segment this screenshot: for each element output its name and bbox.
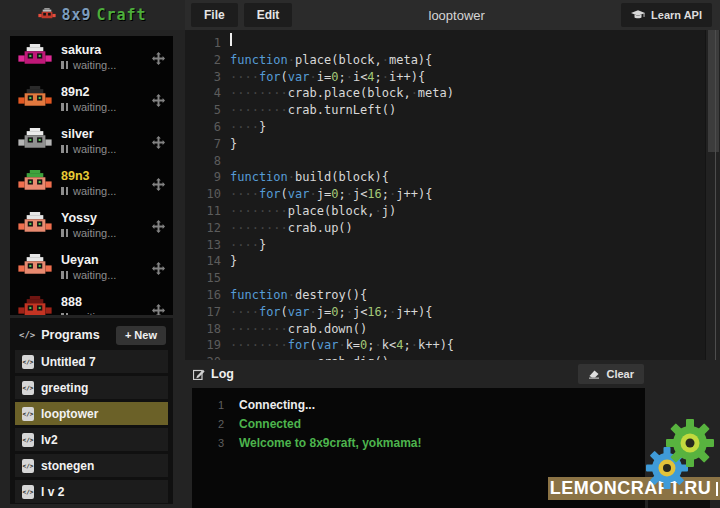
log-entry-text: Welcome to 8x9craft, yokmama!	[239, 434, 422, 453]
whitespace-dots: ·	[346, 69, 353, 86]
whitespace-dots: ·	[288, 52, 295, 69]
whitespace-dots: ····	[230, 69, 259, 86]
code-line[interactable]: 3····for(var·i=0;·i<4;·i++){	[185, 69, 704, 86]
player-row[interactable]: 89n2waiting...	[10, 78, 173, 120]
code-editor[interactable]: 12function·place(block,·meta){3····for(v…	[185, 30, 720, 360]
line-number: 6	[185, 119, 230, 136]
code-line[interactable]: 10····for(var·j=0;·j<16;·j++){	[185, 186, 704, 203]
crab-avatar-icon	[18, 128, 52, 155]
whitespace-dots: ·	[389, 304, 396, 321]
line-number: 16	[185, 287, 230, 304]
code-token: 4	[367, 69, 374, 86]
code-token: for	[259, 186, 281, 203]
code-line[interactable]: 9function·build(block){	[185, 169, 704, 186]
line-number: 9	[185, 169, 230, 186]
code-line[interactable]: 5········crab.turnLeft()	[185, 102, 704, 119]
code-line[interactable]: 7}	[185, 136, 704, 153]
code-token: crab.place(block,	[288, 85, 411, 102]
program-file-icon: </>	[22, 381, 34, 395]
player-status-text: waiting...	[73, 101, 116, 113]
program-item[interactable]: </>stonegen	[15, 454, 168, 477]
player-row[interactable]: silverwaiting...	[10, 120, 173, 162]
player-row[interactable]: sakurawaiting...	[10, 36, 173, 78]
player-row[interactable]: 89n3waiting...	[10, 162, 173, 204]
edit-menu-button[interactable]: Edit	[244, 3, 293, 27]
move-player-icon[interactable]	[152, 93, 165, 106]
code-token: 0	[360, 337, 367, 354]
program-file-icon: </>	[22, 459, 34, 473]
code-line[interactable]: 14}	[185, 253, 704, 270]
code-line[interactable]: 8	[185, 153, 704, 170]
scrollbar-thumb[interactable]	[708, 30, 719, 152]
code-token: var	[288, 186, 310, 203]
code-line[interactable]: 19········for(var·k=0;·k<4;·k++){	[185, 337, 704, 354]
move-player-icon[interactable]	[152, 303, 165, 316]
program-item[interactable]: </>l v 2	[15, 480, 168, 503]
code-line[interactable]: 2function·place(block,·meta){	[185, 52, 704, 69]
player-name: silver	[61, 127, 146, 141]
whitespace-dots: ········	[230, 337, 288, 354]
code-token: j=	[317, 304, 331, 321]
program-name: looptower	[41, 407, 98, 421]
code-line[interactable]: 17····for(var·j=0;·j<16;·j++){	[185, 304, 704, 321]
document-title: looptower	[292, 8, 621, 23]
player-row[interactable]: Yossywaiting...	[10, 204, 173, 246]
code-token: 4	[396, 337, 403, 354]
file-menu-button[interactable]: File	[191, 3, 238, 27]
whitespace-dots: ·	[310, 304, 317, 321]
editor-scrollbar[interactable]	[705, 30, 720, 360]
whitespace-dots: ····	[230, 186, 259, 203]
code-token: j++){	[396, 304, 432, 321]
code-line[interactable]: 18········crab.down()	[185, 321, 704, 338]
program-item[interactable]: </>looptower	[15, 402, 168, 425]
line-number: 13	[185, 237, 230, 254]
code-area[interactable]: 12function·place(block,·meta){3····for(v…	[185, 35, 704, 360]
log-title: Log	[211, 367, 234, 381]
player-status-text: waiting...	[73, 311, 116, 315]
crab-avatar-icon	[18, 254, 52, 281]
move-player-icon[interactable]	[152, 177, 165, 190]
whitespace-dots: ·	[346, 304, 353, 321]
move-player-icon[interactable]	[152, 51, 165, 64]
code-line[interactable]: 15	[185, 270, 704, 287]
code-token: function	[230, 52, 288, 69]
code-line[interactable]: 12········crab.up()	[185, 220, 704, 237]
code-line[interactable]: 4········crab.place(block,·meta)	[185, 85, 704, 102]
whitespace-dots: ·	[346, 186, 353, 203]
player-row[interactable]: 888waiting...	[10, 288, 173, 315]
code-line[interactable]: 13····}	[185, 237, 704, 254]
learn-api-button[interactable]: Learn API	[621, 3, 712, 27]
move-player-icon[interactable]	[152, 219, 165, 232]
line-number: 15	[185, 270, 230, 287]
clear-log-button[interactable]: Clear	[578, 364, 644, 384]
move-player-icon[interactable]	[152, 135, 165, 148]
player-status: waiting...	[61, 101, 146, 113]
program-item[interactable]: </>greeting	[15, 376, 168, 399]
player-status: waiting...	[61, 269, 146, 281]
code-line[interactable]: 16function·destroy(){	[185, 287, 704, 304]
player-info: 89n3waiting...	[61, 169, 146, 197]
code-token: (	[281, 69, 288, 86]
player-info: Yossywaiting...	[61, 211, 146, 239]
player-row[interactable]: Ueyanwaiting...	[10, 246, 173, 288]
pause-icon	[61, 229, 68, 237]
player-status: waiting...	[61, 143, 146, 155]
pause-icon	[61, 187, 68, 195]
new-program-button[interactable]: + New	[116, 326, 166, 345]
code-token: ;	[338, 304, 345, 321]
move-player-icon[interactable]	[152, 261, 165, 274]
code-line[interactable]: 6····}	[185, 119, 704, 136]
code-token: crab.down()	[288, 321, 367, 338]
program-file-icon: </>	[22, 433, 34, 447]
code-line[interactable]: 1	[185, 35, 704, 52]
program-item[interactable]: </>lv2	[15, 428, 168, 451]
whitespace-dots: ·	[411, 85, 418, 102]
code-token: for	[259, 69, 281, 86]
line-number: 10	[185, 186, 230, 203]
code-line[interactable]: 11········place(block,·j)	[185, 203, 704, 220]
program-item[interactable]: </>Untitled 7	[15, 350, 168, 373]
log-entry-number: 1	[192, 396, 224, 415]
player-info: 89n2waiting...	[61, 85, 146, 113]
code-token: crab.turnLeft()	[288, 102, 396, 119]
line-number: 14	[185, 253, 230, 270]
